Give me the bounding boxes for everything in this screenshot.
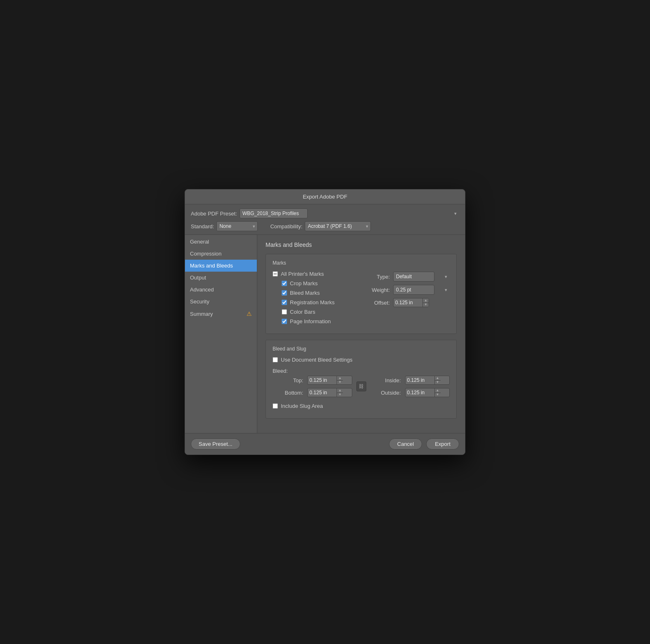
inside-input[interactable] [406, 377, 434, 383]
marks-left: All Printer's Marks Crop Marks Bleed Mar… [273, 271, 359, 328]
save-preset-button[interactable]: Save Preset... [191, 438, 240, 450]
sidebar-item-marks-and-bleeds[interactable]: Marks and Bleeds [185, 260, 257, 272]
offset-spin-buttons: ▲ ▼ [422, 298, 429, 307]
inside-spin-buttons: ▲ ▼ [434, 376, 441, 384]
page-information-checkbox[interactable] [282, 319, 287, 324]
bleed-marks-row: Bleed Marks [282, 290, 359, 296]
registration-marks-checkbox[interactable] [282, 300, 287, 305]
outside-spin-buttons: ▲ ▼ [434, 388, 441, 397]
compatibility-label: Compatibility: [270, 223, 302, 230]
sidebar-item-general[interactable]: General [185, 236, 257, 248]
use-document-bleed-row: Use Document Bleed Settings [273, 357, 450, 363]
use-document-bleed-checkbox[interactable] [273, 357, 278, 362]
right-buttons: Cancel Export [389, 438, 459, 450]
marks-heading: Marks [273, 260, 450, 266]
all-printer-marks-checkbox[interactable] [273, 271, 278, 277]
title-bar: Export Adobe PDF [185, 189, 465, 204]
top-up-button[interactable]: ▲ [337, 376, 343, 381]
inside-up-button[interactable]: ▲ [435, 376, 441, 381]
weight-label: Weight: [367, 287, 390, 293]
include-slug-label[interactable]: Include Slug Area [281, 403, 323, 409]
crop-marks-checkbox[interactable] [282, 281, 287, 286]
top-spin: ▲ ▼ [307, 376, 352, 385]
inside-spin: ▲ ▼ [405, 376, 450, 385]
offset-row: Offset: ▲ ▼ [367, 298, 450, 307]
page-information-label[interactable]: Page Information [290, 318, 331, 324]
content-area: Marks and Bleeds Marks All Printer's Mar… [257, 235, 465, 433]
weight-select[interactable]: 0.25 pt [393, 285, 434, 295]
bottom-input[interactable] [308, 390, 337, 395]
type-row: Type: Default [367, 272, 450, 282]
outside-label: Outside: [372, 390, 401, 396]
marks-right: Type: Default Weight: 0.25 p [367, 272, 450, 328]
sidebar-item-summary[interactable]: Summary ⚠ [185, 308, 257, 320]
compatibility-select[interactable]: Acrobat 7 (PDF 1.6) [305, 221, 371, 231]
page-info-row: Page Information [282, 318, 359, 324]
sidebar-item-output[interactable]: Output [185, 272, 257, 284]
bleed-slug-panel: Bleed and Slug Use Document Bleed Settin… [266, 340, 457, 419]
standard-select[interactable]: None [216, 221, 258, 231]
marks-panel: Marks All Printer's Marks Crop Marks [266, 254, 457, 334]
bottom-label: Bottom: [276, 390, 303, 396]
cancel-button[interactable]: Cancel [389, 438, 422, 450]
top-spin-buttons: ▲ ▼ [337, 376, 343, 384]
bottom-down-button[interactable]: ▼ [337, 393, 343, 397]
bleed-marks-label[interactable]: Bleed Marks [290, 290, 320, 296]
main-body: General Compression Marks and Bleeds Out… [185, 235, 465, 433]
weight-select-wrapper: 0.25 pt [393, 285, 450, 295]
include-slug-row: Include Slug Area [273, 403, 450, 409]
standard-group: Standard: None [191, 221, 258, 231]
offset-down-button[interactable]: ▼ [423, 303, 429, 307]
offset-input[interactable] [394, 300, 422, 305]
registration-marks-row: Registration Marks [282, 299, 359, 305]
sidebar-item-compression[interactable]: Compression [185, 248, 257, 260]
type-select-wrapper: Default [393, 272, 450, 282]
bleed-section-label: Bleed: [273, 368, 450, 374]
preset-select-wrapper: WBG_2018_Strip Profiles [240, 208, 459, 218]
outside-input[interactable] [406, 390, 434, 395]
weight-row: Weight: 0.25 pt [367, 285, 450, 295]
all-printer-marks-row: All Printer's Marks [273, 271, 359, 277]
preset-select[interactable]: WBG_2018_Strip Profiles [240, 208, 308, 218]
sidebar-item-advanced[interactable]: Advanced [185, 284, 257, 296]
sidebar-item-security[interactable]: Security [185, 296, 257, 308]
compatibility-group: Compatibility: Acrobat 7 (PDF 1.6) [270, 221, 371, 231]
all-printer-marks-label[interactable]: All Printer's Marks [281, 271, 324, 277]
top-label: Top: [276, 377, 303, 384]
preset-row: Adobe PDF Preset: WBG_2018_Strip Profile… [191, 208, 459, 218]
color-bars-label[interactable]: Color Bars [290, 309, 315, 315]
offset-spin: ▲ ▼ [393, 298, 429, 307]
bleed-grid: Top: ▲ ▼ ⛓ Inside: [276, 376, 450, 397]
inside-down-button[interactable]: ▼ [435, 381, 441, 385]
bleed-marks-checkbox[interactable] [282, 290, 287, 296]
offset-label: Offset: [367, 300, 390, 306]
link-icon[interactable]: ⛓ [356, 381, 366, 391]
use-document-bleed-label[interactable]: Use Document Bleed Settings [281, 357, 352, 363]
outside-up-button[interactable]: ▲ [435, 388, 441, 393]
marks-grid: All Printer's Marks Crop Marks Bleed Mar… [273, 271, 450, 328]
standard-compat-row: Standard: None Compatibility: Acrobat 7 … [191, 221, 459, 231]
top-down-button[interactable]: ▼ [337, 381, 343, 385]
footer: Save Preset... Cancel Export [185, 433, 465, 455]
offset-up-button[interactable]: ▲ [423, 298, 429, 303]
color-bars-row: Color Bars [282, 309, 359, 315]
bleed-slug-heading: Bleed and Slug [273, 346, 450, 352]
include-slug-checkbox[interactable] [273, 403, 278, 409]
bottom-spin: ▲ ▼ [307, 388, 352, 397]
registration-marks-label[interactable]: Registration Marks [290, 299, 334, 305]
preset-label: Adobe PDF Preset: [191, 211, 237, 217]
color-bars-checkbox[interactable] [282, 309, 287, 315]
type-label: Type: [367, 274, 390, 280]
export-button[interactable]: Export [426, 438, 459, 450]
crop-marks-label[interactable]: Crop Marks [290, 280, 318, 286]
top-input[interactable] [308, 377, 337, 383]
bottom-spin-buttons: ▲ ▼ [337, 388, 343, 397]
bottom-up-button[interactable]: ▲ [337, 388, 343, 393]
top-controls: Adobe PDF Preset: WBG_2018_Strip Profile… [185, 204, 465, 235]
sidebar: General Compression Marks and Bleeds Out… [185, 235, 257, 433]
standard-select-wrapper: None [216, 221, 258, 231]
type-select[interactable]: Default [393, 272, 434, 282]
export-pdf-dialog: Export Adobe PDF Adobe PDF Preset: WBG_2… [185, 189, 465, 455]
warning-icon: ⚠ [247, 310, 252, 317]
outside-down-button[interactable]: ▼ [435, 393, 441, 397]
